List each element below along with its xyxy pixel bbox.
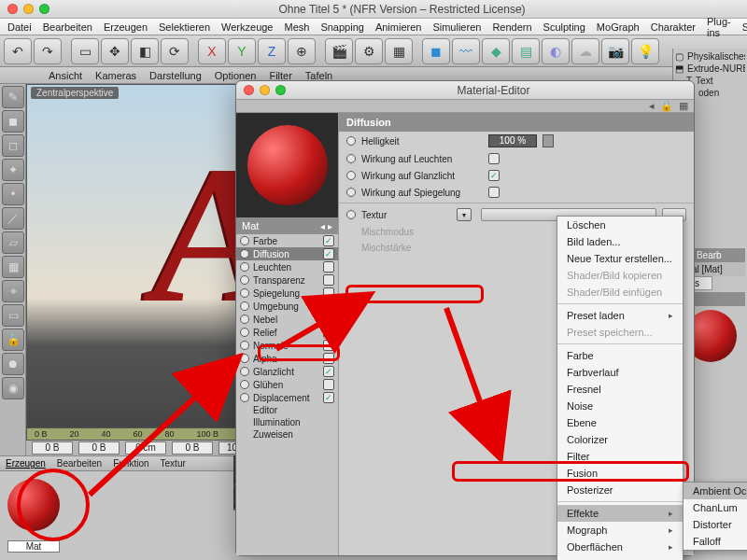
channel-radio[interactable] bbox=[240, 301, 249, 311]
channel-radio[interactable] bbox=[240, 393, 249, 402]
viewport-menu-item[interactable]: Tafeln bbox=[305, 70, 332, 81]
channel-radio[interactable] bbox=[240, 315, 249, 324]
channel-diffusion[interactable]: Diffusion bbox=[236, 247, 338, 260]
menu-item-oberfl-chen[interactable]: Oberflächen bbox=[557, 539, 683, 555]
nav-arrows-icon[interactable]: ◂ ▸ bbox=[320, 221, 332, 231]
viewport-menu-item[interactable]: Kameras bbox=[95, 70, 136, 81]
prop-checkbox[interactable] bbox=[488, 170, 500, 181]
workplane-icon[interactable]: ▭ bbox=[2, 304, 24, 327]
channel-radio[interactable] bbox=[240, 341, 249, 350]
channel-spiegelung[interactable]: Spiegelung bbox=[236, 287, 338, 300]
cube-primitive-button[interactable]: ◼ bbox=[422, 38, 450, 64]
channel-relief[interactable]: Relief bbox=[236, 326, 338, 339]
channel-radio[interactable] bbox=[240, 262, 249, 272]
textur-radio[interactable] bbox=[346, 210, 356, 219]
nurbs-button[interactable]: ◆ bbox=[482, 38, 510, 64]
minimize-icon[interactable] bbox=[23, 4, 34, 14]
axis-mode-icon[interactable]: ✦ bbox=[2, 159, 24, 181]
spline-primitive-button[interactable]: 〰 bbox=[452, 38, 480, 64]
texture-mode-icon[interactable]: ▦ bbox=[2, 256, 24, 278]
settings-icon[interactable]: ▦ bbox=[679, 100, 688, 112]
menu-item[interactable]: Charakter bbox=[651, 21, 696, 33]
prop-radio[interactable] bbox=[346, 171, 356, 180]
menu-item-sketch[interactable]: Sketch bbox=[557, 555, 683, 560]
menu-item-fusion[interactable]: Fusion bbox=[557, 465, 683, 482]
matmgr-tab[interactable]: Textur bbox=[161, 458, 186, 469]
submenu-item-distorter[interactable]: Distorter bbox=[684, 516, 747, 533]
rotate-tool[interactable]: ⟳ bbox=[161, 38, 189, 64]
channel-checkbox[interactable] bbox=[323, 379, 334, 390]
menu-item-neue-textur-erstellen-[interactable]: Neue Textur erstellen... bbox=[557, 250, 683, 267]
timeline-field[interactable]: 0 B bbox=[32, 441, 73, 455]
channel-zuweisen[interactable]: Zuweisen bbox=[236, 428, 338, 441]
menu-item-preset-laden[interactable]: Preset laden bbox=[557, 307, 683, 324]
menu-item[interactable]: Selektieren bbox=[159, 21, 210, 33]
menu-item-bild-laden-[interactable]: Bild laden... bbox=[557, 233, 683, 250]
channel-umgebung[interactable]: Umgebung bbox=[236, 300, 338, 313]
menu-item-fresnel[interactable]: Fresnel bbox=[557, 381, 683, 398]
channel-checkbox[interactable] bbox=[323, 301, 334, 312]
move-tool[interactable]: ✥ bbox=[101, 38, 129, 64]
make-editable-icon[interactable]: ✎ bbox=[2, 86, 24, 108]
channel-radio[interactable] bbox=[240, 236, 249, 245]
snap-icon[interactable]: ⌖ bbox=[2, 280, 24, 302]
axis-y-icon[interactable]: Y bbox=[228, 38, 256, 64]
channel-illumination[interactable]: Illumination bbox=[236, 416, 338, 428]
object-mode-icon[interactable]: ◻ bbox=[2, 134, 24, 157]
channel-transparenz[interactable]: Transparenz bbox=[236, 273, 338, 287]
material-thumbnail[interactable] bbox=[7, 479, 60, 531]
close-icon[interactable] bbox=[7, 4, 18, 14]
menu-item-posterizer[interactable]: Posterizer bbox=[557, 482, 683, 498]
timeline-field[interactable]: 0 B bbox=[78, 441, 120, 455]
viewport-menu-item[interactable]: Filter bbox=[269, 70, 291, 81]
menu-item[interactable]: Rendern bbox=[492, 21, 531, 33]
undo-button[interactable]: ↶ bbox=[4, 38, 32, 64]
channel-glanzlicht[interactable]: Glanzlicht bbox=[236, 365, 338, 378]
channel-radio[interactable] bbox=[240, 380, 249, 389]
poly-mode-icon[interactable]: ▱ bbox=[2, 231, 24, 254]
material-name[interactable]: Mat bbox=[242, 220, 259, 231]
menu-item[interactable]: Animieren bbox=[375, 21, 422, 33]
menu-item[interactable]: Mesh bbox=[284, 21, 309, 33]
stepper-icon[interactable] bbox=[543, 134, 554, 147]
animation-mode-icon[interactable]: ⏺ bbox=[2, 353, 24, 375]
timeline-field[interactable]: 0 B bbox=[172, 441, 213, 455]
material-name-field[interactable]: Mat bbox=[7, 540, 60, 553]
material-preview[interactable] bbox=[236, 113, 338, 217]
channel-checkbox[interactable] bbox=[323, 314, 334, 325]
menu-item[interactable]: Sculpting bbox=[543, 21, 585, 33]
channel-radio[interactable] bbox=[240, 288, 249, 298]
channel-radio[interactable] bbox=[240, 354, 249, 363]
channel-radio[interactable] bbox=[240, 249, 249, 259]
channel-checkbox[interactable] bbox=[323, 366, 334, 377]
redo-button[interactable]: ↷ bbox=[34, 38, 62, 64]
channel-checkbox[interactable] bbox=[323, 392, 334, 403]
channel-checkbox[interactable] bbox=[323, 261, 334, 273]
light-button[interactable]: 💡 bbox=[631, 38, 659, 64]
channel-normale[interactable]: Normale bbox=[236, 339, 338, 352]
deformer-button[interactable]: ◐ bbox=[542, 38, 570, 64]
channel-checkbox[interactable] bbox=[323, 327, 334, 338]
menu-item-farbe[interactable]: Farbe bbox=[557, 347, 683, 364]
point-mode-icon[interactable]: • bbox=[2, 183, 24, 205]
lock-icon[interactable]: 🔒 bbox=[660, 100, 673, 112]
channel-checkbox[interactable] bbox=[323, 274, 334, 286]
channel-editor[interactable]: Editor bbox=[236, 404, 338, 416]
channel-displacement[interactable]: Displacement bbox=[236, 391, 338, 404]
scale-tool[interactable]: ◧ bbox=[131, 38, 159, 64]
menu-item-filter[interactable]: Filter bbox=[557, 448, 683, 465]
matmgr-tab[interactable]: Bearbeiten bbox=[57, 458, 102, 469]
back-arrow-icon[interactable]: ◂ bbox=[649, 100, 655, 112]
zoom-icon[interactable] bbox=[275, 85, 286, 95]
prop-checkbox[interactable] bbox=[488, 153, 500, 164]
menu-item-farbverlauf[interactable]: Farbverlauf bbox=[557, 364, 683, 381]
channel-farbe[interactable]: Farbe bbox=[236, 234, 338, 247]
coord-icon[interactable]: ⊕ bbox=[288, 38, 316, 64]
menu-item-ebene[interactable]: Ebene bbox=[557, 414, 683, 431]
viewport-menu-item[interactable]: Optionen bbox=[215, 70, 257, 81]
menu-item[interactable]: MoGraph bbox=[597, 21, 640, 33]
timeline-field[interactable]: 0 cm bbox=[125, 441, 166, 455]
array-button[interactable]: ▤ bbox=[512, 38, 540, 64]
channel-checkbox[interactable] bbox=[323, 353, 334, 364]
prop-radio[interactable] bbox=[346, 136, 356, 146]
